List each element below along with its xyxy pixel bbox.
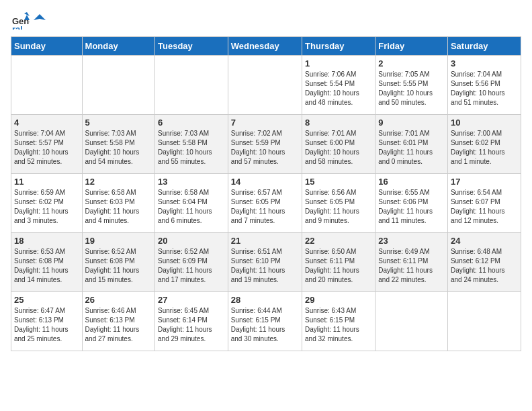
day-number: 9 <box>378 118 445 128</box>
day-number: 16 <box>378 177 445 187</box>
day-number: 10 <box>451 118 518 128</box>
day-info: Sunrise: 6:50 AM Sunset: 6:11 PM Dayligh… <box>305 247 372 285</box>
day-number: 12 <box>85 177 152 187</box>
calendar-cell: 17Sunrise: 6:54 AM Sunset: 6:07 PM Dayli… <box>447 174 521 233</box>
day-info: Sunrise: 6:56 AM Sunset: 6:05 PM Dayligh… <box>305 188 372 226</box>
logo-flag-icon <box>33 13 46 27</box>
day-number: 26 <box>85 295 152 305</box>
week-row-5: 25Sunrise: 6:47 AM Sunset: 6:13 PM Dayli… <box>11 292 521 351</box>
day-info: Sunrise: 7:03 AM Sunset: 5:58 PM Dayligh… <box>85 129 152 167</box>
day-number: 6 <box>158 118 225 128</box>
calendar-table: SundayMondayTuesdayWednesdayThursdayFrid… <box>11 36 521 351</box>
calendar-cell: 9Sunrise: 7:01 AM Sunset: 6:01 PM Daylig… <box>375 115 448 174</box>
day-number: 14 <box>231 177 299 187</box>
day-number: 5 <box>85 118 152 128</box>
day-info: Sunrise: 6:44 AM Sunset: 6:15 PM Dayligh… <box>231 306 299 344</box>
calendar-cell: 28Sunrise: 6:44 AM Sunset: 6:15 PM Dayli… <box>228 292 302 351</box>
calendar-cell: 8Sunrise: 7:01 AM Sunset: 6:00 PM Daylig… <box>302 115 375 174</box>
day-info: Sunrise: 6:59 AM Sunset: 6:02 PM Dayligh… <box>14 188 79 226</box>
calendar-cell <box>82 56 154 115</box>
day-number: 23 <box>378 236 445 246</box>
calendar-cell <box>375 292 448 351</box>
calendar-cell: 15Sunrise: 6:56 AM Sunset: 6:05 PM Dayli… <box>302 174 375 233</box>
day-number: 18 <box>14 236 79 246</box>
day-info: Sunrise: 7:04 AM Sunset: 5:57 PM Dayligh… <box>14 129 79 167</box>
day-info: Sunrise: 7:02 AM Sunset: 5:59 PM Dayligh… <box>231 129 299 167</box>
calendar-cell: 20Sunrise: 6:52 AM Sunset: 6:09 PM Dayli… <box>155 233 228 292</box>
calendar-cell: 4Sunrise: 7:04 AM Sunset: 5:57 PM Daylig… <box>11 115 83 174</box>
calendar-cell: 24Sunrise: 6:48 AM Sunset: 6:12 PM Dayli… <box>447 233 521 292</box>
weekday-header-thursday: Thursday <box>302 37 375 56</box>
calendar-cell: 27Sunrise: 6:45 AM Sunset: 6:14 PM Dayli… <box>155 292 228 351</box>
day-info: Sunrise: 6:52 AM Sunset: 6:09 PM Dayligh… <box>158 247 225 285</box>
day-info: Sunrise: 6:49 AM Sunset: 6:11 PM Dayligh… <box>378 247 445 285</box>
day-info: Sunrise: 7:01 AM Sunset: 6:00 PM Dayligh… <box>305 129 372 167</box>
day-info: Sunrise: 6:52 AM Sunset: 6:08 PM Dayligh… <box>85 247 152 285</box>
calendar-cell: 21Sunrise: 6:51 AM Sunset: 6:10 PM Dayli… <box>228 233 302 292</box>
weekday-header-tuesday: Tuesday <box>155 37 228 56</box>
day-info: Sunrise: 7:01 AM Sunset: 6:01 PM Dayligh… <box>378 129 445 167</box>
calendar-cell: 6Sunrise: 7:03 AM Sunset: 5:58 PM Daylig… <box>155 115 228 174</box>
day-number: 3 <box>451 58 518 68</box>
day-info: Sunrise: 6:43 AM Sunset: 6:15 PM Dayligh… <box>305 306 372 344</box>
calendar-cell: 16Sunrise: 6:55 AM Sunset: 6:06 PM Dayli… <box>375 174 448 233</box>
week-row-2: 4Sunrise: 7:04 AM Sunset: 5:57 PM Daylig… <box>11 115 521 174</box>
day-number: 13 <box>158 177 225 187</box>
day-info: Sunrise: 6:51 AM Sunset: 6:10 PM Dayligh… <box>231 247 299 285</box>
calendar-cell: 7Sunrise: 7:02 AM Sunset: 5:59 PM Daylig… <box>228 115 302 174</box>
day-number: 8 <box>305 118 372 128</box>
svg-text:ral: ral <box>12 24 23 30</box>
day-number: 19 <box>85 236 152 246</box>
day-number: 24 <box>451 236 518 246</box>
day-number: 4 <box>14 118 79 128</box>
logo-icon: Gene ral <box>11 11 30 30</box>
week-row-1: 1Sunrise: 7:06 AM Sunset: 5:54 PM Daylig… <box>11 56 521 115</box>
day-info: Sunrise: 6:45 AM Sunset: 6:14 PM Dayligh… <box>158 306 225 344</box>
day-info: Sunrise: 7:00 AM Sunset: 6:02 PM Dayligh… <box>451 129 518 167</box>
weekday-header-monday: Monday <box>82 37 154 56</box>
day-number: 11 <box>14 177 79 187</box>
day-number: 27 <box>158 295 225 305</box>
day-info: Sunrise: 7:03 AM Sunset: 5:58 PM Dayligh… <box>158 129 225 167</box>
calendar-cell: 29Sunrise: 6:43 AM Sunset: 6:15 PM Dayli… <box>302 292 375 351</box>
day-number: 29 <box>305 295 372 305</box>
calendar-cell <box>228 56 302 115</box>
day-number: 20 <box>158 236 225 246</box>
calendar-cell: 23Sunrise: 6:49 AM Sunset: 6:11 PM Dayli… <box>375 233 448 292</box>
day-info: Sunrise: 6:55 AM Sunset: 6:06 PM Dayligh… <box>378 188 445 226</box>
calendar-cell: 14Sunrise: 6:57 AM Sunset: 6:05 PM Dayli… <box>228 174 302 233</box>
day-number: 15 <box>305 177 372 187</box>
week-row-3: 11Sunrise: 6:59 AM Sunset: 6:02 PM Dayli… <box>11 174 521 233</box>
logo: Gene ral <box>11 11 47 30</box>
day-info: Sunrise: 6:57 AM Sunset: 6:05 PM Dayligh… <box>231 188 299 226</box>
day-info: Sunrise: 6:58 AM Sunset: 6:04 PM Dayligh… <box>158 188 225 226</box>
calendar-cell: 10Sunrise: 7:00 AM Sunset: 6:02 PM Dayli… <box>447 115 521 174</box>
day-number: 17 <box>451 177 518 187</box>
calendar-cell: 2Sunrise: 7:05 AM Sunset: 5:55 PM Daylig… <box>375 56 448 115</box>
day-number: 1 <box>305 58 372 68</box>
calendar-cell: 26Sunrise: 6:46 AM Sunset: 6:13 PM Dayli… <box>82 292 154 351</box>
weekday-header-friday: Friday <box>375 37 448 56</box>
calendar-cell: 12Sunrise: 6:58 AM Sunset: 6:03 PM Dayli… <box>82 174 154 233</box>
calendar-cell <box>11 56 83 115</box>
day-number: 22 <box>305 236 372 246</box>
calendar-cell <box>155 56 228 115</box>
calendar-cell: 3Sunrise: 7:04 AM Sunset: 5:56 PM Daylig… <box>447 56 521 115</box>
weekday-header-row: SundayMondayTuesdayWednesdayThursdayFrid… <box>11 37 521 56</box>
calendar-cell: 18Sunrise: 6:53 AM Sunset: 6:08 PM Dayli… <box>11 233 83 292</box>
calendar-cell: 13Sunrise: 6:58 AM Sunset: 6:04 PM Dayli… <box>155 174 228 233</box>
day-number: 21 <box>231 236 299 246</box>
svg-marker-4 <box>34 14 46 20</box>
calendar-cell: 1Sunrise: 7:06 AM Sunset: 5:54 PM Daylig… <box>302 56 375 115</box>
day-info: Sunrise: 6:47 AM Sunset: 6:13 PM Dayligh… <box>14 306 79 344</box>
day-info: Sunrise: 6:53 AM Sunset: 6:08 PM Dayligh… <box>14 247 79 285</box>
calendar-cell: 22Sunrise: 6:50 AM Sunset: 6:11 PM Dayli… <box>302 233 375 292</box>
day-number: 25 <box>14 295 79 305</box>
calendar-cell: 19Sunrise: 6:52 AM Sunset: 6:08 PM Dayli… <box>82 233 154 292</box>
weekday-header-saturday: Saturday <box>447 37 521 56</box>
calendar-cell <box>447 292 521 351</box>
header: Gene ral <box>11 11 521 30</box>
weekday-header-wednesday: Wednesday <box>228 37 302 56</box>
day-info: Sunrise: 6:46 AM Sunset: 6:13 PM Dayligh… <box>85 306 152 344</box>
day-info: Sunrise: 6:58 AM Sunset: 6:03 PM Dayligh… <box>85 188 152 226</box>
